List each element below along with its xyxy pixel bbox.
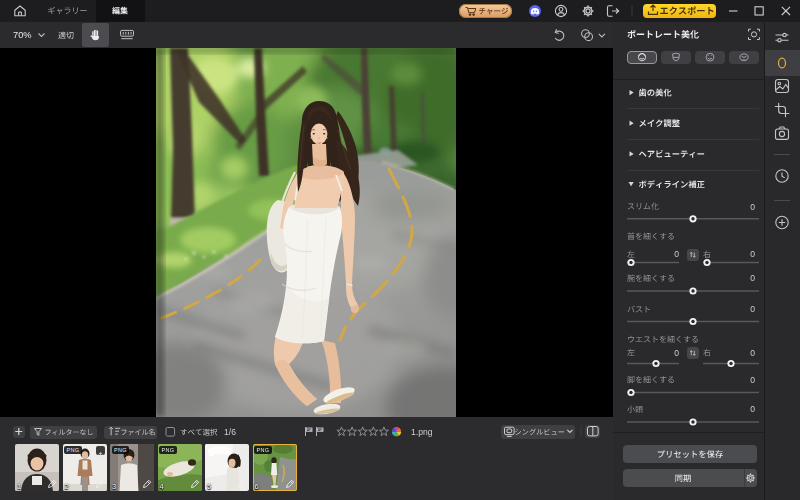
svg-text:70%: 70% (13, 30, 32, 40)
svg-text:0: 0 (750, 304, 755, 314)
svg-text:0: 0 (750, 202, 755, 212)
svg-text:0: 0 (750, 273, 755, 283)
svg-text:0: 0 (674, 348, 679, 358)
svg-text:0: 0 (750, 249, 755, 259)
svg-text:0: 0 (750, 348, 755, 358)
svg-text:0: 0 (674, 249, 679, 259)
svg-text:0: 0 (750, 404, 755, 414)
svg-text:1.png: 1.png (411, 427, 433, 437)
svg-text:1/6: 1/6 (224, 427, 236, 437)
svg-text:0: 0 (750, 375, 755, 385)
